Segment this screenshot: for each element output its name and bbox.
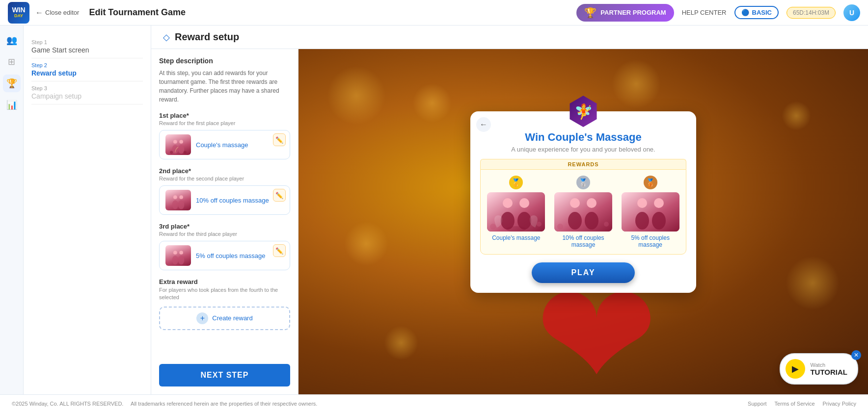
medal-silver-icon: 🥈: [576, 176, 590, 189]
step1-name: Game Start screen: [31, 46, 143, 54]
nav-icon-trophy[interactable]: 🏆: [3, 75, 21, 92]
back-arrow-icon: ←: [35, 8, 43, 17]
svg-point-10: [173, 251, 177, 255]
place-3-subtitle: Reward for the third place player: [159, 231, 290, 237]
card-back-button[interactable]: ←: [476, 117, 491, 132]
step-description-title: Step description: [159, 57, 290, 65]
preview-reward-1: 🥇: [485, 176, 548, 248]
play-button[interactable]: PLAY: [532, 262, 634, 283]
couple-svg-3: [168, 249, 188, 266]
edit-title: Edit Tournament Game: [89, 7, 186, 18]
timer-badge: 65D:14H:03M: [787, 7, 836, 19]
reward-2-edit-button[interactable]: ✏️: [273, 189, 286, 202]
svg-point-32: [635, 212, 649, 230]
couple-svg-2: [168, 194, 188, 210]
footer: ©2025 Winday, Co. ALL RIGHTS RESERVED. A…: [0, 394, 868, 412]
svg-point-13: [178, 256, 184, 264]
svg-point-20: [537, 222, 542, 227]
svg-point-5: [184, 151, 187, 154]
sidebar-step-1[interactable]: Step 1 Game Start screen: [31, 35, 143, 58]
tutorial-label: TUTORIAL: [810, 368, 847, 376]
partner-program-button[interactable]: 🏆 PARTNER PROGRAM: [576, 4, 674, 22]
reward-3-edit-button[interactable]: ✏️: [273, 244, 286, 257]
header-left: WIN DAY ← Close editor Edit Tournament G…: [8, 2, 186, 24]
logo[interactable]: WIN DAY: [8, 2, 29, 24]
preview-panel: ❤ ← 🧚 Win Couple's Massage A unique expe…: [298, 49, 868, 394]
medal-gold-icon: 🥇: [509, 176, 523, 189]
rewards-section: REWARDS 🥇: [480, 159, 686, 255]
logo-day: DAY: [14, 14, 23, 19]
tutorial-close-button[interactable]: ✕: [851, 350, 861, 360]
place-2-title: 2nd place*: [159, 167, 290, 175]
page-header-icon: ◇: [163, 32, 170, 43]
couple-svg-1: [168, 138, 188, 155]
step-description-text: At this step, you can add rewards for yo…: [159, 69, 290, 104]
tournament-card: ← 🧚 Win Couple's Massage A unique experi…: [470, 111, 696, 293]
step2-label: Step 2: [31, 62, 143, 68]
tutorial-button[interactable]: ▶ Watch TUTORIAL ✕: [780, 353, 858, 385]
nav-icon-people[interactable]: 👥: [3, 31, 21, 49]
reward-card-3: 5% off couples massage ✏️: [159, 241, 290, 270]
timer-value: 65D:14H:03M: [793, 9, 829, 16]
rewards-label-box: REWARDS: [480, 159, 686, 169]
page-header: ◇ Reward setup: [151, 26, 868, 49]
basic-icon: 🔵: [741, 9, 749, 16]
svg-point-7: [179, 195, 183, 199]
rewards-cards-box: 🥇: [480, 169, 686, 255]
place-section-1: 1st place* Reward for the first place pl…: [159, 112, 290, 159]
tutorial-text: Watch TUTORIAL: [810, 362, 847, 376]
svg-rect-29: [622, 192, 679, 232]
reward-1-edit-button[interactable]: ✏️: [273, 133, 286, 146]
preview-reward-3-name: 5% off couples massage: [619, 234, 682, 248]
step3-name: Campaign setup: [31, 92, 143, 100]
reward-thumb-3: [165, 245, 191, 266]
svg-point-30: [637, 198, 647, 208]
step2-name: Reward setup: [31, 69, 143, 77]
copyright-text: ©2025 Winday, Co. ALL RIGHTS RESERVED.: [12, 401, 123, 407]
place-1-title: 1st place*: [159, 112, 290, 119]
svg-point-33: [652, 212, 666, 230]
card-subtitle: A unique experience for you and your bel…: [511, 146, 655, 153]
sidebar-step-2[interactable]: Step 2 Reward setup: [31, 58, 143, 81]
footer-tos-link[interactable]: Terms of Service: [775, 401, 815, 407]
place-3-title: 3rd place*: [159, 223, 290, 230]
nav-icon-grid[interactable]: ⊞: [3, 53, 21, 71]
back-link[interactable]: ← Close editor: [35, 8, 79, 17]
help-center-link[interactable]: HELP CENTER: [682, 9, 727, 16]
user-avatar[interactable]: U: [843, 4, 860, 21]
reward-img-svg-2: [554, 192, 612, 232]
step3-label: Step 3: [31, 85, 143, 91]
footer-copyright: ©2025 Winday, Co. ALL RIGHTS RESERVED. A…: [12, 401, 317, 407]
nav-icon-chart[interactable]: 📊: [3, 96, 21, 114]
preview-reward-1-name: Couple's massage: [492, 234, 540, 241]
header-right: 🏆 PARTNER PROGRAM HELP CENTER 🔵 BASIC 65…: [576, 4, 860, 22]
next-step-button[interactable]: NEXT STEP: [159, 364, 290, 386]
svg-point-26: [585, 212, 598, 230]
svg-point-23: [570, 198, 580, 208]
reward-1-name: Couple's massage: [196, 141, 284, 149]
reward-3-name: 5% off couples massage: [196, 252, 284, 259]
partner-icon: 🏆: [584, 7, 597, 19]
reward-preview-img-1: [487, 192, 545, 232]
card-title: Win Couple's Massage: [525, 131, 641, 144]
create-reward-button[interactable]: + Create reward: [159, 307, 290, 330]
svg-point-28: [604, 222, 609, 227]
tutorial-play-icon: ▶: [786, 359, 805, 379]
page-header-title: Reward setup: [175, 31, 239, 43]
svg-point-25: [568, 212, 582, 230]
place-2-subtitle: Reward for the second place player: [159, 176, 290, 181]
svg-point-6: [173, 195, 177, 199]
reward-img-svg-1: [487, 192, 545, 232]
footer-support-link[interactable]: Support: [748, 401, 767, 407]
svg-point-3: [178, 145, 184, 154]
footer-privacy-link[interactable]: Privacy Policy: [823, 401, 856, 407]
medal-bronze-icon: 🥉: [644, 176, 657, 189]
left-nav: 👥 ⊞ 🏆 📊: [0, 26, 24, 394]
rewards-label: REWARDS: [568, 161, 598, 167]
trademark-text: All trademarks referenced herein are the…: [131, 401, 317, 407]
preview-reward-2-name: 10% off couples massage: [552, 234, 615, 248]
svg-point-24: [587, 198, 597, 208]
sidebar-step-3[interactable]: Step 3 Campaign setup: [31, 81, 143, 104]
footer-links: Support Terms of Service Privacy Policy: [748, 401, 856, 407]
two-panel: Step description At this step, you can a…: [151, 49, 868, 394]
